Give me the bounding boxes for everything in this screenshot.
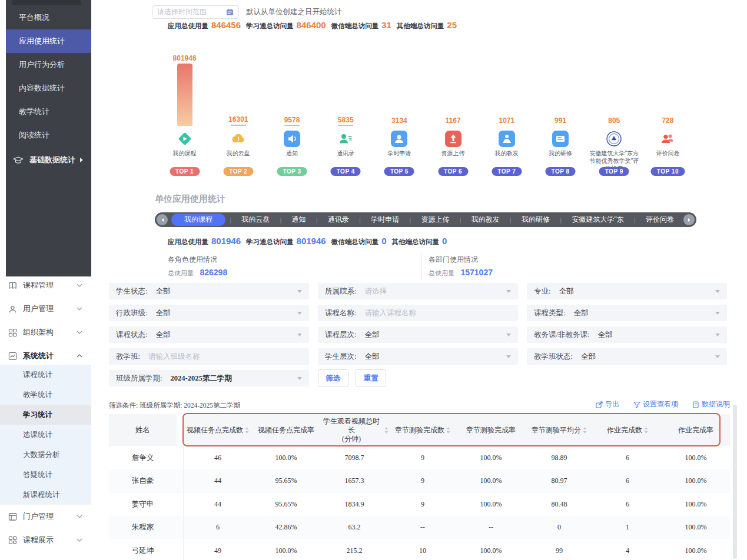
table-cell: --	[389, 516, 457, 539]
tab-scroll-left-icon[interactable]	[157, 214, 168, 225]
filter-field-select[interactable]: 班级所属学期:2024-2025第二学期	[109, 370, 309, 386]
sidebar-item[interactable]: 组织架构	[0, 321, 91, 344]
bar-zone: 991	[533, 54, 587, 126]
sidebar-subitem[interactable]: 教学统计	[0, 385, 91, 405]
sidebar-subitem[interactable]: 新课程统计	[0, 485, 91, 505]
app-tab[interactable]: 通讯录	[322, 214, 355, 226]
table-cell: 63.2	[320, 516, 389, 539]
sidebar-item[interactable]: 阅读统计	[6, 124, 91, 147]
app-tab[interactable]: 我的教发	[466, 214, 506, 226]
table-column-header[interactable]: 作业完成数	[593, 414, 662, 446]
filter-label: 教务课/非教务课:	[534, 330, 589, 340]
chart-column: 16301我的云盘TOP 2	[211, 54, 265, 176]
sidebar-subitem[interactable]: 答疑统计	[0, 465, 91, 485]
sidebar-item[interactable]: 内容数据统计	[6, 76, 91, 100]
view-settings-button[interactable]: 设置查看项	[633, 399, 678, 409]
filter-field-select[interactable]: 所属院系:请选择	[318, 283, 518, 299]
filter-value: 2024-2025第二学期	[170, 374, 231, 384]
filter-field-select[interactable]: 专业:全部	[527, 283, 727, 299]
app-tab[interactable]: 评价问卷	[640, 214, 680, 226]
filter-field-select[interactable]: 课程类型:全部	[527, 305, 727, 321]
sidebar-item[interactable]: 用户行为分析	[6, 53, 91, 76]
sidebar-item[interactable]: 用户管理	[0, 297, 91, 321]
app-tab[interactable]: 学时申请	[365, 214, 405, 226]
table-cell: 100.0%	[662, 516, 730, 539]
calendar-icon[interactable]	[226, 8, 234, 16]
table-cell: 215.2	[320, 539, 389, 560]
sidebar-item[interactable]: 门户管理	[0, 505, 91, 528]
sidebar-item[interactable]: 教学统计	[6, 100, 91, 124]
app-tab[interactable]: 安徽建筑大学"东	[566, 214, 629, 226]
table-column-header[interactable]: 章节测验平均分	[525, 414, 593, 446]
bar	[284, 125, 300, 126]
filter-field-select[interactable]: 学生状态:全部	[109, 283, 309, 299]
filter-field-select[interactable]: 学生层次:全部	[318, 348, 518, 365]
sidebar-item[interactable]: 课程管理	[0, 274, 91, 297]
app-tab[interactable]: 资源上传	[415, 214, 455, 226]
stat-value: 846400	[297, 20, 326, 30]
sidebar-subitem[interactable]: 选课统计	[0, 425, 91, 445]
sidebar-item[interactable]: 系统统计	[0, 344, 91, 368]
filter-field-select[interactable]: 教学班状态:全部	[527, 348, 727, 365]
filter-label: 课程状态:	[116, 330, 147, 340]
filter-button[interactable]: 筛选	[318, 369, 348, 387]
app-name-label: 我的课程	[160, 149, 210, 157]
chevron-down-icon	[77, 515, 82, 518]
column-label: 学生观看视频总时长(分钟)	[320, 417, 383, 444]
filter-label: 专业:	[534, 286, 550, 296]
stat-value: 31	[381, 20, 391, 30]
sidebar-partial-item[interactable]	[12, 0, 81, 5]
table-cell: 49	[184, 539, 252, 560]
app-name-label: 通知	[267, 149, 317, 157]
graduation-cap-icon	[13, 156, 24, 164]
portal-icon	[8, 512, 18, 521]
filter-field-select[interactable]: 课程层次:全部	[318, 326, 518, 343]
filter-value: 全部	[597, 330, 612, 340]
sidebar-subitem-active[interactable]: 学习统计	[0, 405, 91, 425]
sidebar-item[interactable]: 平台概况	[6, 6, 91, 29]
filter-placeholder: 请选择	[364, 286, 387, 296]
filter-value: 全部	[573, 308, 588, 318]
table-column-header[interactable]: 学生观看视频总时长(分钟)	[320, 414, 389, 446]
date-range-input[interactable]: 请选择时间范围	[152, 5, 239, 19]
table-cell: 1657.3	[320, 469, 389, 493]
stat-value: 25	[447, 20, 457, 30]
sidebar-subitem[interactable]: 大数据分析	[0, 445, 91, 465]
bar-value-label: 3134	[391, 116, 407, 125]
sidebar-subitem[interactable]: 课程统计	[0, 365, 91, 385]
bar-value-label: 16301	[228, 115, 248, 124]
sidebar-item-label: 门户管理	[23, 511, 54, 522]
table-cell: 6	[593, 469, 662, 493]
tab-scroll-right-icon[interactable]	[683, 214, 695, 225]
app-tab[interactable]: 通知	[286, 214, 312, 226]
table-cell: 7098.7	[320, 446, 389, 469]
sidebar-item[interactable]: 课程展示	[0, 528, 91, 552]
filter-field-select[interactable]: 行政班级:全部	[109, 305, 309, 321]
table-column-header[interactable]: 视频任务点完成数	[184, 414, 252, 446]
stat-label: 应用总使用量	[168, 238, 208, 246]
export-button[interactable]: 导出	[596, 399, 619, 409]
bar-zone: 728	[641, 54, 695, 126]
bar-zone: 5835	[319, 54, 373, 126]
bar-value-label: 5835	[338, 116, 354, 124]
sidebar-item-active[interactable]: 应用使用统计	[6, 29, 91, 53]
table-column-header[interactable]: 章节测验完成数	[389, 414, 457, 446]
hours-apply-icon	[373, 131, 426, 147]
data-info-button[interactable]: 数据说明	[692, 399, 730, 409]
app-tab-active[interactable]: 我的课程	[171, 214, 225, 226]
vertical-scrollbar[interactable]	[733, 405, 737, 559]
filter-field-select[interactable]: 课程状态:全部	[109, 326, 309, 343]
survey-icon	[641, 131, 695, 147]
reset-button[interactable]: 重置	[356, 369, 386, 387]
table-cell: 99	[525, 539, 593, 560]
table-cell: 100.0%	[662, 446, 730, 469]
filter-field-select[interactable]: 教务课/非教务课:全部	[527, 326, 727, 343]
filter-field-input[interactable]: 课程名称:请输入课程名称	[318, 305, 518, 321]
sidebar-item-basic-data-statistics[interactable]: 基础数据统计	[6, 148, 91, 172]
app-tab[interactable]: 我的云盘	[235, 214, 275, 226]
filter-field-input[interactable]: 教学班:请输入班级名称	[109, 348, 309, 365]
table-cell: 9	[389, 446, 457, 469]
chevron-down-icon	[506, 355, 511, 358]
app-tab[interactable]: 我的研修	[516, 214, 556, 226]
chevron-down-icon	[297, 377, 302, 380]
